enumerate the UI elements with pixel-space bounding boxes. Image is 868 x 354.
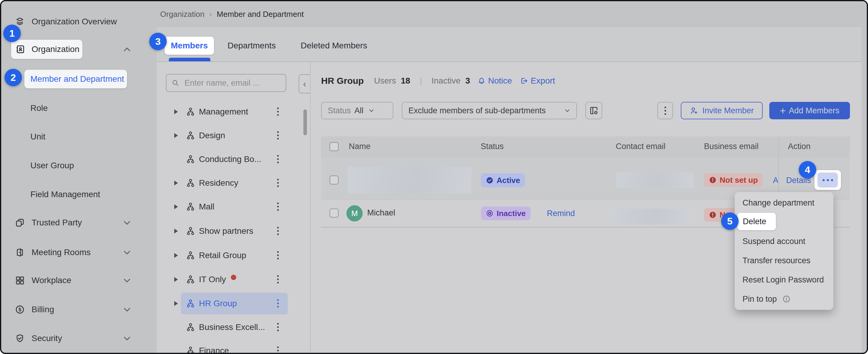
contact-book-icon [16,44,26,55]
tree-item-finance[interactable]: Finance [165,340,304,354]
sidebar-item-trusted-party[interactable]: Trusted Party [15,213,82,232]
tree-item-management[interactable]: Management [165,101,304,122]
collapse-chevron-icon: ‹ [303,79,306,89]
kebab-menu-icon[interactable] [277,131,279,139]
sidebar-item-unit[interactable]: Unit [30,127,45,146]
remind-link[interactable]: Remind [547,209,575,218]
tree-item-residency[interactable]: Residency [165,172,304,194]
status-filter-dropdown[interactable]: Status All [321,102,393,119]
kebab-menu-icon[interactable] [277,108,279,116]
add-members-button[interactable]: + Add Members [769,102,850,119]
kebab-menu-icon[interactable] [277,179,279,187]
step-number: 4 [805,164,810,176]
kebab-menu-icon[interactable] [277,323,279,331]
sidebar-item-billing[interactable]: $ Billing [15,300,54,319]
caret-right-icon[interactable] [174,253,178,258]
sidebar-item-user-group[interactable]: User Group [30,156,74,175]
tab-deleted-members[interactable]: Deleted Members [301,37,367,55]
menu-item-delete[interactable]: Delete [737,213,776,230]
export-link[interactable]: Export [520,76,555,86]
admin-console-window: Organization Overview Organization Membe… [0,0,868,354]
export-label: Export [531,76,555,86]
tree-item-business-excellence[interactable]: Business Excell... [165,316,304,338]
tree-item-design[interactable]: Design [165,125,304,146]
kebab-menu-icon[interactable] [277,347,279,354]
tree-item-show-partners[interactable]: Show partners [165,220,304,242]
kebab-menu-icon[interactable] [277,155,279,163]
menu-item-pin-to-top[interactable]: Pin to top [735,289,833,309]
department-icon [185,274,196,285]
column-settings-button[interactable] [585,102,602,119]
tree-item-hr-group[interactable]: HR Group [165,293,304,314]
sidebar-item-role[interactable]: Role [30,99,48,118]
step-number: 3 [155,36,161,47]
caret-right-icon[interactable] [174,229,178,234]
tree-scrollbar-thumb[interactable] [303,109,307,135]
tab-label: Members [171,41,208,50]
tab-departments[interactable]: Departments [227,37,276,55]
invite-member-button[interactable]: Invite Member [681,102,763,119]
caret-right-icon[interactable] [174,301,178,306]
column-header-action: Action [788,142,810,151]
more-actions-button[interactable] [657,102,673,119]
tree-search[interactable] [166,74,286,92]
step-badge-3: 3 [149,33,167,50]
chevron-down-icon[interactable] [123,218,131,227]
caret-right-icon[interactable] [174,277,178,282]
step-number: 5 [727,216,733,227]
search-icon [171,79,180,87]
tree-item-retail-group[interactable]: Retail Group [165,245,304,266]
kebab-menu-icon[interactable] [277,299,279,308]
menu-item-suspend-account[interactable]: Suspend account [735,232,833,251]
menu-item-change-department[interactable]: Change department [735,193,833,212]
row-more-button[interactable] [817,173,838,187]
sidebar-item-label: Billing [32,305,54,314]
menu-item-label: Delete [743,217,766,226]
shield-check-icon [15,333,25,344]
sidebar-item-label: Workplace [32,276,71,285]
tree-item-it-only[interactable]: IT Only [165,269,304,290]
scope-filter-dropdown[interactable]: Exclude members of sub-departments [402,102,577,119]
tab-members[interactable]: Members [165,37,214,55]
sidebar-item-organization[interactable]: Organization [11,40,83,59]
sidebar-item-field-management[interactable]: Field Management [30,185,100,204]
sidebar-item-meeting-rooms[interactable]: Meeting Rooms [15,243,91,262]
sidebar-item-member-and-department[interactable]: Member and Department [24,70,127,88]
status-badge: Inactive [481,207,531,220]
chevron-up-icon[interactable] [123,45,131,54]
step-badge-2: 2 [4,69,22,86]
tree-item-mall[interactable]: Mall [165,196,304,218]
add-business-email-link[interactable]: Add [773,176,778,185]
select-all-checkbox[interactable] [330,142,339,151]
breadcrumb-root[interactable]: Organization [160,10,204,19]
kebab-menu-icon[interactable] [277,203,279,211]
chevron-down-icon [564,108,570,114]
chevron-down-icon[interactable] [123,276,131,285]
tree-collapse-button[interactable]: ‹ [299,74,310,94]
kebab-menu-icon[interactable] [277,251,279,259]
tree-item-conducting-board[interactable]: Conducting Bo... [165,148,304,170]
caret-right-icon[interactable] [174,204,178,209]
caret-right-icon[interactable] [174,109,178,114]
menu-item-reset-login-password[interactable]: Reset Login Password [735,270,833,289]
row-checkbox[interactable] [330,176,339,184]
tree-search-input[interactable] [184,78,286,88]
sidebar-item-organization-overview[interactable]: Organization Overview [15,12,117,31]
chevron-down-icon[interactable] [123,248,131,257]
chevron-down-icon[interactable] [123,334,131,343]
caret-right-icon[interactable] [174,181,178,185]
sidebar-item-security[interactable]: Security [15,329,62,348]
trusted-party-icon [15,218,25,228]
status-badge-label: Inactive [497,209,526,218]
kebab-menu-icon[interactable] [277,227,279,235]
notice-link[interactable]: Notice [477,76,512,86]
menu-item-transfer-resources[interactable]: Transfer resources [735,251,833,270]
step-badge-5: 5 [721,212,739,230]
chevron-down-icon[interactable] [123,305,131,314]
kebab-menu-icon[interactable] [277,275,279,283]
sidebar-item-workplace[interactable]: Workplace [15,271,71,290]
redacted-contact-email [611,209,689,224]
row-checkbox[interactable] [330,209,339,218]
menu-item-label: Change department [743,198,814,208]
caret-right-icon[interactable] [174,133,178,138]
